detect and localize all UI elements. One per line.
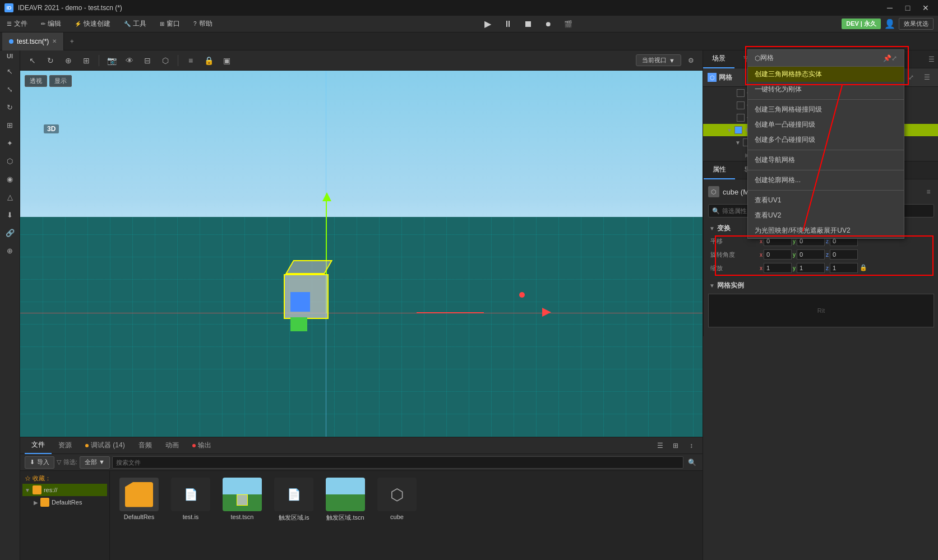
grid-tool[interactable]: ⊟: [140, 53, 155, 68]
ctx-item-uv2[interactable]: 查看UV2: [748, 208, 904, 223]
sidebar-btn-4[interactable]: ⊞: [2, 117, 19, 133]
sidebar-btn-2[interactable]: ⤡: [2, 81, 19, 98]
record-button[interactable]: ⏺: [542, 17, 555, 31]
bottom-tab-assets[interactable]: 资源: [52, 437, 78, 454]
play-button[interactable]: ▶: [481, 17, 495, 31]
checkbox-mesh10[interactable]: [737, 101, 745, 109]
tab-test-tscn[interactable]: test.tscn(*) ✕: [2, 33, 64, 50]
ctx-item-convert-rigid[interactable]: 一键转化为刚体: [748, 82, 904, 97]
effects-badge[interactable]: 效果优选: [899, 18, 934, 30]
camera-tool[interactable]: 📷: [104, 53, 119, 68]
rotation-x-input[interactable]: [764, 249, 792, 260]
rotation-y-input[interactable]: [797, 249, 825, 260]
sidebar-btn-8[interactable]: △: [2, 188, 19, 205]
checkbox-mesh11[interactable]: [737, 114, 745, 122]
display-button[interactable]: 显示: [49, 75, 72, 87]
scale-y-input[interactable]: [797, 263, 825, 273]
bottom-tab-debugger[interactable]: 调试器 (14): [78, 437, 132, 454]
expand-cube[interactable]: ▼: [726, 126, 733, 134]
sidebar-btn-6[interactable]: ⬡: [2, 152, 19, 169]
rotate-tool[interactable]: ↻: [43, 53, 58, 68]
bottom-tab-output[interactable]: 输出: [186, 437, 218, 454]
menu-edit[interactable]: ✏ 编辑: [34, 16, 68, 33]
tree-expand-button[interactable]: ⤢: [904, 71, 918, 84]
settings-button[interactable]: ⚙: [683, 53, 698, 68]
file-tree-item-defaultres[interactable]: ▶ DefaultRes: [22, 496, 107, 508]
ctx-item-create-triangle-static[interactable]: 创建三角网格静态实体: [748, 67, 904, 82]
file-item-trigger-tscn[interactable]: 触发区域.tscn: [323, 478, 368, 522]
file-item-cube-mesh[interactable]: ⬡ cube: [375, 478, 419, 520]
lock-tool[interactable]: 🔒: [201, 53, 216, 68]
checkbox-cube[interactable]: [734, 126, 742, 134]
user-icon[interactable]: 👤: [884, 18, 895, 29]
ctx-item-outline-mesh[interactable]: 创建轮廓网格...: [748, 173, 904, 188]
sidebar-btn-7[interactable]: ◉: [2, 170, 19, 187]
dev-badge[interactable]: DEV | 永久: [842, 18, 881, 29]
render-tool[interactable]: ▣: [219, 53, 234, 68]
bottom-tab-file[interactable]: 文件: [25, 437, 52, 454]
perspective-button[interactable]: 透视: [25, 75, 47, 87]
minimize-button[interactable]: ─: [882, 0, 898, 16]
menu-quick-create[interactable]: ⚡ 快速创建: [68, 16, 117, 33]
scale-lock-button[interactable]: 🔒: [859, 263, 868, 272]
scene-panel-menu[interactable]: ☰: [925, 53, 938, 66]
select-tool[interactable]: ↖: [25, 53, 40, 68]
ctx-expand-icon[interactable]: ⤢: [891, 54, 897, 62]
bottom-tab-animation[interactable]: 动画: [159, 437, 186, 454]
sidebar-btn-11[interactable]: ⊕: [2, 242, 19, 259]
pause-button[interactable]: ⏸: [501, 17, 515, 31]
scale-x-input[interactable]: [764, 263, 792, 273]
menu-help[interactable]: ? 帮助: [187, 16, 219, 33]
list-icon[interactable]: ☰: [653, 439, 667, 452]
movie-button[interactable]: 🎬: [562, 17, 575, 31]
filter-selector[interactable]: 全部 ▼: [80, 456, 110, 469]
expand-static-body[interactable]: ▼: [734, 138, 742, 146]
menu-window[interactable]: ⊞ 窗口: [153, 16, 187, 33]
sidebar-btn-5[interactable]: ✦: [2, 135, 19, 151]
import-button[interactable]: ⬇ 导入: [25, 456, 54, 469]
bottom-tab-audio[interactable]: 音频: [132, 437, 159, 454]
ctx-item-uv1[interactable]: 查看UV1: [748, 193, 904, 208]
ctx-item-triangle-collision[interactable]: 创建三角网格碰撞同级: [748, 102, 904, 117]
eye-tool[interactable]: 👁: [122, 53, 137, 68]
ctx-item-single-convex[interactable]: 创建单一凸碰撞同级: [748, 117, 904, 132]
rotation-z-input[interactable]: [830, 249, 858, 260]
menu-file[interactable]: ☰ 文件: [0, 16, 34, 33]
scene-tab-scene[interactable]: 场景: [703, 50, 734, 68]
file-item-testtscn[interactable]: test.tscn: [220, 478, 265, 520]
ctx-pin-icon[interactable]: 📌: [883, 54, 891, 62]
viewport-selector[interactable]: 当前视口 ▼: [636, 54, 681, 66]
file-search-button[interactable]: 🔍: [686, 456, 698, 469]
scale-z-input[interactable]: [830, 263, 858, 273]
file-item-trigger-is[interactable]: 📄 触发区域.is: [271, 478, 316, 522]
menu-tools[interactable]: 🔧 工具: [117, 16, 153, 33]
file-item-defaultres[interactable]: DefaultRes: [117, 478, 161, 520]
sidebar-btn-3[interactable]: ↻: [2, 99, 19, 115]
snap-tool[interactable]: ≡: [183, 53, 198, 68]
tab-close-button[interactable]: ✕: [52, 38, 57, 44]
sort-icon[interactable]: ↕: [685, 439, 698, 452]
cube-object[interactable]: [278, 257, 334, 325]
ctx-item-multi-convex[interactable]: 创建多个凸碰撞同级: [748, 132, 904, 147]
ctx-item-nav-mesh[interactable]: 创建导航网格: [748, 152, 904, 168]
maximize-button[interactable]: □: [900, 0, 916, 16]
tree-panel-menu[interactable]: ☰: [920, 71, 934, 84]
3d-viewport[interactable]: 透视 显示 3D: [20, 71, 703, 437]
file-item-testis[interactable]: 📄 test.is: [168, 478, 213, 520]
ctx-item-unwrap-uv2[interactable]: 为光照映射/环境光遮蔽展开UV2: [748, 223, 904, 238]
sidebar-btn-9[interactable]: ⬇: [2, 206, 19, 223]
stop-button[interactable]: ⏹: [521, 17, 535, 31]
prop-tab-properties[interactable]: 属性: [704, 161, 735, 179]
close-button[interactable]: ✕: [918, 0, 934, 16]
scale-tool[interactable]: ⊞: [78, 53, 94, 68]
move-tool[interactable]: ⊕: [61, 53, 76, 68]
file-search-input[interactable]: [112, 456, 683, 469]
grid-icon[interactable]: ⊞: [669, 439, 682, 452]
sidebar-btn-10[interactable]: 🔗: [2, 224, 19, 241]
transform-tool[interactable]: ⬡: [158, 53, 173, 68]
mesh-section-header[interactable]: ▼ 网格实例: [708, 279, 934, 291]
checkbox-mesh9[interactable]: [737, 89, 745, 97]
sidebar-btn-1[interactable]: ↖: [2, 63, 19, 80]
tab-add-button[interactable]: +: [64, 33, 80, 50]
prop-settings-button[interactable]: ≡: [923, 186, 934, 197]
